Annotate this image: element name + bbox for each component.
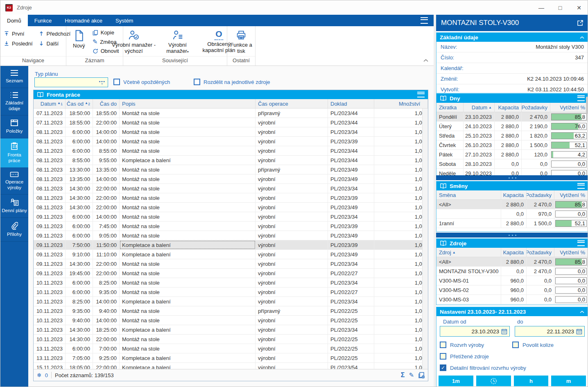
date-from-input[interactable]: 23.10.2023 [440, 326, 510, 337]
table-row[interactable]: 10.11.20238:25:0014:00:00Kompletace a ba… [34, 297, 428, 306]
production-schedule-checkbox[interactable]: Rozvrh výroby [440, 342, 512, 348]
table-row[interactable]: 10.11.20236:00:008:25:00Montáž na stolev… [34, 278, 428, 287]
scale-1m-button[interactable]: 1m [439, 376, 473, 386]
table-row[interactable]: 13.11.20237:05:009:25:00Kompletace a bal… [34, 353, 428, 363]
table-menu-icon[interactable] [577, 183, 585, 189]
table-menu-icon[interactable] [577, 95, 585, 101]
first-button[interactable]: První [4, 29, 33, 38]
combo-dropdown-icon[interactable]: ●●●⌄ [99, 81, 105, 84]
tab-system[interactable]: Systém [109, 15, 140, 26]
checkbox-box[interactable]: ✓ [440, 364, 446, 371]
table-row[interactable]: V300-MS-03960,00,00,0 [436, 295, 588, 304]
section-splitter[interactable] [436, 175, 588, 180]
include-delayed-checkbox[interactable]: Včetně opožděných [113, 79, 170, 85]
table-vertical-scrollbar[interactable] [422, 109, 428, 369]
checkbox-box[interactable] [512, 342, 519, 348]
table-row[interactable]: 08.11.202314:30:0022:00:00Montáž na stol… [34, 203, 428, 212]
col-smena[interactable]: Směna [436, 190, 501, 199]
col-kapacita[interactable]: Kapacita [501, 248, 527, 257]
collapse-chevron-icon[interactable] [579, 34, 585, 41]
checkbox-box[interactable] [113, 79, 120, 85]
sidebar-item-denni-plany[interactable]: Denní plány [0, 195, 28, 218]
checkbox-box[interactable] [440, 353, 446, 360]
maximize-button[interactable]: □ [551, 0, 570, 15]
table-row[interactable]: Pátek27.10.20232 880,0120,04,2 [436, 150, 588, 159]
sum-icon[interactable]: Σ [401, 371, 405, 379]
table-menu-icon[interactable] [577, 240, 585, 246]
column-header-cas-do[interactable]: Čas do [93, 99, 120, 108]
table-row[interactable]: <All>2 880,02 470,085,8 [436, 200, 588, 209]
collapse-chevron-icon[interactable] [579, 309, 585, 315]
section-splitter[interactable] [436, 233, 588, 238]
split-resources-checkbox[interactable]: Rozdělit na jednotlivé zdroje [194, 79, 270, 85]
sidebar-item-fronta-prace[interactable]: Fronta práce [0, 138, 28, 168]
table-row[interactable]: 10.11.202314:30:0018:25:00Kompletace a b… [34, 325, 428, 335]
date-to-input[interactable]: 22.11.2023 [515, 326, 585, 337]
ribbon-menu-icon[interactable] [421, 17, 428, 24]
production-manager-default-button[interactable]: Výrobní manažer - výchozí [108, 29, 160, 56]
col-vytizeni[interactable]: Vytížení % [554, 248, 588, 257]
column-header-doklad[interactable]: Doklad [328, 99, 374, 108]
edit-icon[interactable]: ✎ [409, 371, 414, 379]
checkbox-box[interactable] [194, 79, 200, 85]
table-row[interactable]: 09.11.20236:00:0014:00:00Montáž na stole… [34, 212, 428, 222]
table-row[interactable]: 08.11.202313:30:0013:35:00Montáž na stol… [34, 165, 428, 174]
tab-funkce[interactable]: Funkce [28, 15, 59, 26]
col-kapacita[interactable]: Kapacita [501, 190, 527, 199]
col-zkratka[interactable]: Zkratka [436, 103, 464, 112]
minimize-button[interactable]: — [532, 0, 551, 15]
table-row[interactable]: MONTAZNI STOLY-V3000,02 470,00,0 [436, 267, 588, 276]
last-button[interactable]: Poslední [4, 38, 33, 48]
checkbox-box[interactable] [440, 342, 446, 348]
col-kapacita[interactable]: Kapacita [495, 103, 522, 112]
add-document-icon[interactable] [418, 372, 425, 378]
table-menu-icon[interactable] [417, 92, 425, 97]
table-row[interactable]: 08.11.202313:35:0014:00:00Montáž na stol… [34, 174, 428, 184]
table-row[interactable]: 10.11.20239:35:009:40:00Montáž na stolep… [34, 306, 428, 316]
sidebar-item-polozky[interactable]: Položky [0, 115, 28, 138]
table-row[interactable]: 07.11.202318:55:0022:00:00Montáž na stol… [34, 118, 428, 127]
table-row[interactable]: Středa25.10.20232 880,01 820,063,2 [436, 131, 588, 140]
allow-collisions-checkbox[interactable]: Povolit kolize [512, 342, 585, 348]
ribbon-collapse-chevron[interactable] [423, 57, 429, 64]
scale-h-button[interactable]: h [514, 376, 549, 386]
open-external-icon[interactable] [577, 20, 583, 26]
sidebar-item-prilohy[interactable]: Přílohy [0, 218, 28, 242]
col-zdroj[interactable]: Zdroj▲ [436, 248, 501, 257]
calendar-icon[interactable] [576, 328, 582, 335]
close-button[interactable]: ✕ [570, 0, 588, 15]
sidebar-item-operace-vyroby[interactable]: Operace výroby [0, 168, 28, 195]
col-datum[interactable]: Datum▲ [464, 103, 495, 112]
col-pozadavky[interactable]: Požadavky [527, 190, 554, 199]
tab-hromadne-akce[interactable]: Hromadné akce [58, 15, 109, 26]
functions-print-button[interactable]: Funkce a tisk [226, 29, 257, 56]
table-row[interactable]: Pondělí23.10.20232 880,02 470,085,8 [436, 112, 588, 122]
table-row[interactable]: V300-MS-01960,00,00,0 [436, 276, 588, 285]
table-row[interactable]: Čtvrtek26.10.20232 880,01 500,052,1 [436, 140, 588, 150]
time-history-button[interactable] [476, 376, 511, 386]
calendar-icon[interactable] [501, 328, 507, 335]
overloaded-resources-checkbox[interactable]: Přetížené zdroje [440, 353, 489, 360]
table-row[interactable]: 15.11.202318:05:0022:00:00Kompletace a b… [34, 363, 428, 369]
column-header-popis[interactable]: Popis [120, 99, 256, 108]
table-row[interactable]: 08.11.20236:00:008:55:00Montáž na stolev… [34, 146, 428, 156]
sidebar-item-seznam[interactable]: Seznam [0, 66, 28, 88]
col-pozadavky[interactable]: Požadavky [522, 103, 550, 112]
plan-type-combo[interactable]: ●●●⌄ [34, 77, 108, 87]
new-button[interactable]: Nový [70, 29, 88, 56]
table-row[interactable]: <All>2 880,02 470,085,8 [436, 257, 588, 267]
table-row[interactable]: 07.11.202318:50:0018:55:00Montáž na stol… [34, 109, 428, 118]
column-header-mnozstvi[interactable]: Množství [374, 99, 428, 108]
table-row[interactable]: 09.11.20237:50:0011:50:00Kompletace a ba… [34, 240, 428, 250]
col-pozadavky[interactable]: Požadavky [527, 248, 554, 257]
table-row[interactable]: 09.11.20239:10:0011:10:00Kompletace a ba… [34, 250, 428, 259]
table-row[interactable]: 08.11.202314:30:0022:00:00Montáž na stol… [34, 193, 428, 203]
table-row[interactable]: 13.11.20236:00:007:00:00Montáž na stolev… [34, 344, 428, 353]
table-row[interactable]: 10.11.20239:40:0014:00:00Montáž na stole… [34, 316, 428, 325]
table-row[interactable]: 09.11.202319:45:0022:00:00Montáž na stol… [34, 269, 428, 278]
column-header-cas-od[interactable]: Čas od▲2 [66, 99, 93, 108]
col-vytizeni[interactable]: Vytížení % [554, 190, 588, 199]
table-row[interactable]: 08.11.20238:55:009:55:00Kompletace a bal… [34, 156, 428, 165]
production-manager-button[interactable]: Výrobní manažer▾ [162, 29, 194, 56]
next-button[interactable]: Další [38, 38, 71, 48]
